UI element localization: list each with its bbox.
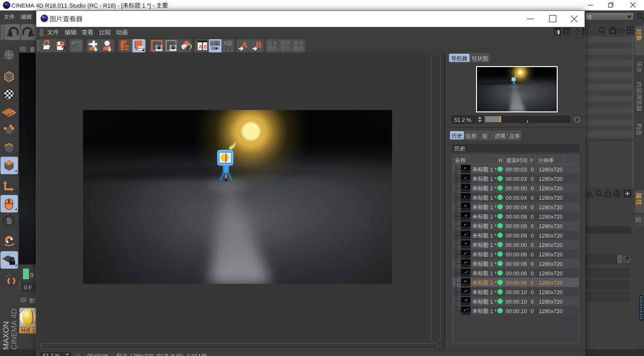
svg-text:B: B (294, 45, 298, 51)
svg-text:?: ? (61, 44, 66, 52)
svg-text:2: 2 (73, 45, 75, 50)
svg-text:AB: AB (223, 40, 232, 47)
svg-text:B: B (273, 45, 277, 51)
svg-text:B: B (300, 45, 303, 51)
svg-text:S: S (7, 217, 12, 225)
svg-text:B: B (203, 44, 207, 50)
svg-text:A: A (199, 44, 202, 50)
svg-text:D: D (268, 45, 272, 51)
svg-text:A: A (211, 41, 214, 46)
svg-text:D: D (286, 45, 290, 51)
svg-text:B: B (281, 45, 285, 51)
svg-text:B: B (216, 41, 219, 46)
